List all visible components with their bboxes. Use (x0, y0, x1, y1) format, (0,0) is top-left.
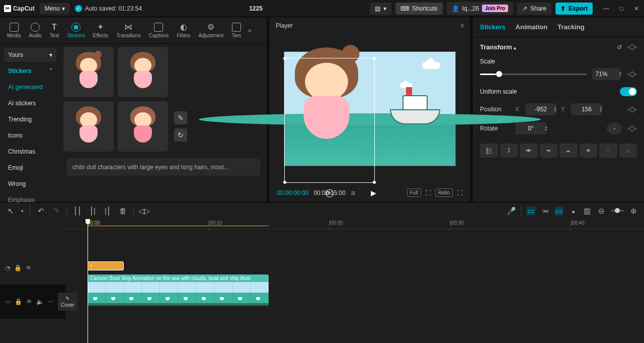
chevron-down-icon[interactable]: ▾ (21, 209, 24, 214)
scale-input[interactable]: 71% (592, 68, 620, 80)
zoom-slider[interactable] (611, 210, 624, 212)
flip-button[interactable]: - (607, 122, 622, 134)
layout-button[interactable]: ▤ ▾ (370, 3, 391, 15)
sidebar-emphasis[interactable]: Emphasis (4, 193, 56, 207)
tab-transitions[interactable]: ⋈Transitions (112, 20, 145, 40)
track-options-button[interactable]: ▥ (583, 207, 592, 216)
redo-button[interactable]: ↷ (51, 207, 60, 216)
link-button[interactable]: ⫘ (540, 207, 549, 216)
sidebar-icons[interactable]: Icons (4, 128, 56, 143)
sidebar-trending[interactable]: Trending (4, 112, 56, 126)
mute-icon[interactable]: 🔈 (36, 298, 44, 305)
tab-media[interactable]: Media (3, 21, 25, 40)
playhead[interactable] (88, 219, 88, 343)
sticker-prompt[interactable]: chibi doll characters with large eyes an… (66, 159, 261, 176)
join-pro-badge[interactable]: Join Pro (482, 5, 508, 12)
tab-stickers[interactable]: Stickers (63, 21, 89, 40)
distribute-h-button[interactable]: ⫴ (599, 144, 617, 158)
tab-captions[interactable]: Captions (145, 21, 173, 40)
marker-button[interactable]: ⬥ (569, 207, 578, 216)
lock-icon[interactable]: 🔒 (14, 264, 22, 271)
keyframe-button[interactable]: ‹› (627, 44, 637, 51)
align-left-button[interactable]: ⬱ (480, 144, 498, 158)
snap-button[interactable]: ▭ (526, 207, 535, 216)
sticker-clip[interactable]: ✦ (88, 261, 124, 270)
preview-area[interactable]: ⟳ (270, 34, 470, 183)
video-clip[interactable]: Cartoon Boat Ship Animation on the sea w… (88, 275, 269, 306)
sticker-item[interactable] (118, 47, 168, 97)
rotate-input[interactable]: 0° (515, 122, 546, 134)
sidebar-wrong[interactable]: Wrong (4, 177, 56, 191)
distribute-v-button[interactable]: ≡ (619, 144, 637, 158)
sidebar-emoji[interactable]: Emoji (4, 161, 56, 175)
minimize-button[interactable]: — (603, 5, 610, 12)
project-title[interactable]: 1225 (147, 5, 365, 12)
selection-box[interactable]: ⟳ (284, 58, 375, 183)
inspector-tab-animation[interactable]: Animation (516, 23, 548, 31)
tab-text[interactable]: TText (46, 21, 63, 40)
tab-effects[interactable]: ✦Effects (89, 20, 112, 40)
play-button[interactable]: ▶ (371, 189, 376, 197)
undo-button[interactable]: ↶ (36, 207, 45, 216)
ratio-button[interactable]: Ratio (435, 188, 453, 197)
reset-button[interactable]: ↺ (617, 44, 622, 51)
more-icon[interactable]: ⋯ (48, 298, 54, 305)
playback-options-button[interactable]: ≣ (351, 189, 356, 196)
rotate-stepper[interactable]: ▲▼ (544, 125, 548, 131)
align-right-button[interactable]: ⬲ (520, 144, 538, 158)
regenerate-button[interactable]: ↻ (174, 128, 187, 142)
sidebar-ai-stickers[interactable]: AI stickers (4, 96, 56, 110)
uniform-scale-toggle[interactable] (620, 87, 637, 96)
full-button[interactable]: Full (407, 188, 421, 197)
mic-button[interactable]: 🎤 (507, 207, 516, 216)
timeline-tracks[interactable]: 00:00 |00:10 |00:20 |00:30 |00:40 ✦ Cart… (65, 219, 644, 343)
tab-audio[interactable]: Audio (25, 21, 46, 40)
sidebar-yours[interactable]: Yours▾ (4, 48, 56, 62)
position-y-input[interactable]: 156 (571, 103, 602, 115)
y-stepper[interactable]: ▲▼ (599, 106, 603, 112)
maximize-button[interactable]: □ (618, 5, 625, 12)
share-button[interactable]: ↗Share (517, 3, 551, 15)
preview-canvas[interactable]: ⟳ (284, 51, 456, 166)
visibility-icon[interactable]: 👁 (26, 298, 32, 305)
x-stepper[interactable]: ▲▼ (553, 106, 557, 112)
sticker-item[interactable] (63, 101, 114, 152)
zoom-in-button[interactable]: ⊕ (629, 207, 638, 216)
sidebar-ai-generated[interactable]: AI generated (4, 80, 56, 94)
track-icon[interactable]: ◔ (5, 264, 10, 271)
align-top-button[interactable]: ⫧ (540, 144, 558, 158)
sidebar-christmas[interactable]: Christmas (4, 145, 56, 159)
scale-slider[interactable] (480, 74, 587, 75)
menu-button[interactable]: Menu ▾ (40, 3, 70, 14)
sticker-item[interactable] (63, 47, 114, 97)
align-bottom-button[interactable]: ⫩ (580, 144, 598, 158)
transform-header[interactable]: Transform ▴ ↺ ‹› (480, 43, 637, 51)
tab-adjustment[interactable]: ⚙Adjustment (194, 20, 227, 40)
expand-tabs-button[interactable]: » (245, 26, 254, 34)
fullscreen-button[interactable]: ⛶ (457, 189, 463, 196)
lock-icon[interactable]: 🔒 (15, 298, 22, 305)
export-button[interactable]: ⬆Export (555, 3, 593, 15)
rotate-keyframe[interactable]: ‹› (627, 126, 637, 131)
shortcuts-button[interactable]: ⌨Shortcuts (395, 3, 443, 15)
preview-quality-button[interactable]: ▭ (554, 207, 564, 216)
edit-prompt-button[interactable]: ✎ (174, 111, 187, 124)
zoom-out-button[interactable]: ⊖ (597, 207, 606, 216)
selection-tool[interactable]: ↖ (6, 207, 15, 216)
align-center-v-button[interactable]: ⫨ (559, 144, 578, 158)
track-icon[interactable]: ▭ (5, 298, 11, 305)
tab-templates[interactable]: Tem (227, 21, 245, 40)
position-x-input[interactable]: -952 (525, 103, 556, 115)
position-keyframe[interactable]: ‹› (627, 107, 637, 112)
scale-button[interactable]: ⛶ (425, 189, 431, 196)
player-menu-button[interactable]: ≡ (460, 22, 464, 29)
rotate-handle[interactable]: ⟳ (326, 189, 334, 197)
user-button[interactable]: 👤 Iq...26 Join Pro (447, 2, 513, 15)
sticker-item[interactable] (118, 101, 168, 152)
timeline-ruler[interactable]: 00:00 |00:10 |00:20 |00:30 |00:40 (65, 219, 644, 229)
visibility-icon[interactable]: 👁 (26, 264, 32, 271)
scale-keyframe[interactable]: ‹› (627, 72, 637, 77)
inspector-tab-tracking[interactable]: Tracking (557, 23, 584, 31)
scale-stepper[interactable]: ▲▼ (618, 71, 622, 77)
tab-filters[interactable]: ◐Filters (173, 20, 194, 40)
